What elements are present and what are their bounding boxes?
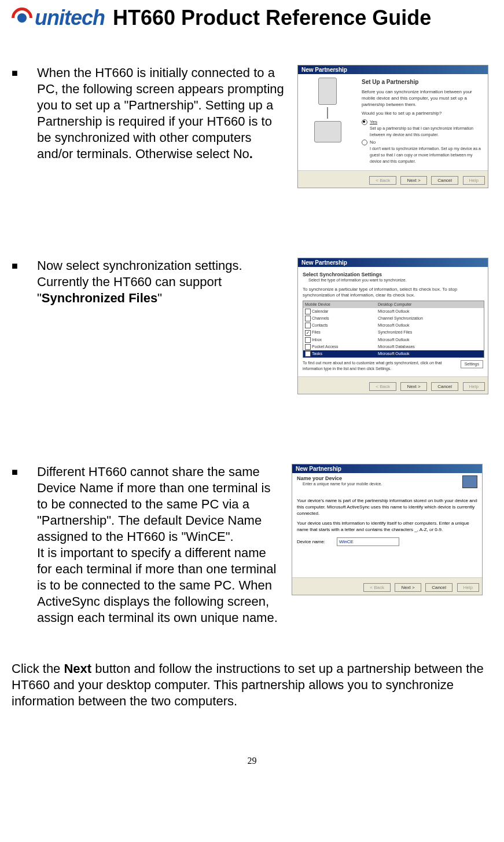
ss3-heading: Name your Device — [297, 475, 382, 481]
help-button[interactable]: Help — [463, 382, 485, 391]
radio-no[interactable] — [362, 140, 367, 145]
ss1-heading: Set Up a Partnership — [362, 79, 483, 85]
ss1-left-panel — [298, 74, 357, 170]
back-button[interactable]: < Back — [363, 583, 391, 592]
logo-icon — [12, 8, 32, 28]
ss1-buttons: < Back Next > Cancel Help — [298, 170, 488, 188]
table-row[interactable]: InboxMicrosoft Outlook — [303, 336, 484, 343]
next-button[interactable]: Next > — [395, 583, 421, 592]
ss3-desc: Your device's name is part of the partne… — [297, 497, 477, 517]
next-button[interactable]: Next > — [400, 176, 426, 185]
checkbox-icon[interactable] — [305, 351, 311, 357]
opt-no-label: No — [370, 139, 483, 145]
ss1-question: Would you like to set up a partnership? — [362, 110, 483, 116]
ss1-titlebar: New Partnership — [298, 65, 488, 74]
ss3-titlebar: New Partnership — [292, 464, 482, 473]
help-button[interactable]: Help — [463, 176, 485, 185]
table-row[interactable]: ContactsMicrosoft Outlook — [303, 322, 484, 329]
opt-yes-desc: Set up a partnership so that I can synch… — [370, 125, 483, 138]
table-row[interactable]: ChannelsChannel Synchronization — [303, 315, 484, 322]
footer-prefix: Click the — [12, 661, 64, 676]
cancel-button[interactable]: Cancel — [425, 583, 453, 592]
logo: unitech — [12, 6, 105, 30]
device-icon — [314, 121, 341, 142]
settings-button[interactable]: Settings — [461, 360, 483, 368]
checkbox-icon[interactable] — [305, 316, 311, 321]
page-header: unitech HT660 Product Reference Guide — [12, 6, 492, 30]
checkbox-icon[interactable] — [305, 344, 311, 350]
opt-yes-label: Yes — [370, 119, 483, 125]
section-3-text: Different HT660 cannot share the same De… — [37, 464, 280, 626]
bullet-icon: ■ — [12, 464, 37, 480]
device-icon — [318, 78, 337, 105]
checkbox-icon[interactable]: ✓ — [305, 330, 311, 336]
section-2-text: Now select synchronization settings. Cur… — [37, 258, 286, 306]
cancel-button[interactable]: Cancel — [431, 176, 458, 185]
section-1: ■ When the HT660 is initially connected … — [12, 65, 492, 188]
bullet-icon: ■ — [12, 65, 37, 81]
ss2-sub: Select the type of information you want … — [303, 277, 483, 283]
device-name-label: Device name: — [297, 539, 325, 545]
ss2-hint: To find out more about and to customize … — [303, 360, 454, 372]
screenshot-1: New Partnership Set Up a Partnership Bef… — [297, 65, 488, 188]
ss1-intro: Before you can synchronize information b… — [362, 89, 483, 108]
page-title: HT660 Product Reference Guide — [113, 6, 431, 30]
table-row[interactable]: Pocket AccessMicrosoft Databases — [303, 343, 484, 350]
back-button[interactable]: < Back — [369, 382, 396, 391]
s1-period: . — [249, 147, 253, 161]
page-number: 29 — [12, 756, 492, 766]
back-button[interactable]: < Back — [369, 176, 396, 185]
opt-no-desc: I don't want to synchronize information.… — [370, 145, 483, 164]
device-name-input[interactable]: WinCE — [337, 537, 399, 546]
section-1-text: When the HT660 is initially connected to… — [37, 65, 286, 162]
s2-bold: Synchronized Files — [42, 291, 158, 305]
s1-body: When the HT660 is initially connected to… — [37, 65, 284, 161]
ss2-buttons: < Back Next > Cancel Help — [298, 376, 488, 394]
screenshot-3: New Partnership Name your Device Enter a… — [292, 464, 483, 595]
section-3: ■ Different HT660 cannot share the same … — [12, 464, 492, 626]
checkbox-icon[interactable] — [305, 309, 311, 314]
checkbox-icon[interactable] — [305, 323, 311, 328]
ss3-desc2: Your device uses this information to ide… — [297, 520, 477, 533]
bullet-icon: ■ — [12, 258, 37, 274]
cancel-button[interactable]: Cancel — [431, 382, 458, 391]
logo-text: unitech — [35, 6, 105, 30]
ss3-sub: Enter a unique name for your mobile devi… — [297, 481, 382, 487]
ss2-desc: To synchronize a particular type of info… — [303, 287, 483, 298]
section-2: ■ Now select synchronization settings. C… — [12, 258, 492, 394]
table-header: Desktop Computer — [376, 301, 484, 308]
ss2-titlebar: New Partnership — [298, 258, 488, 267]
s3-body: Different HT660 cannot share the same De… — [37, 464, 278, 625]
table-row[interactable]: ✓FilesSynchronized Files — [303, 329, 484, 336]
s2-suffix: " — [157, 291, 162, 305]
table-row[interactable]: TasksMicrosoft Outlook — [303, 350, 484, 357]
screenshot-2: New Partnership Select Synchronization S… — [297, 258, 488, 394]
ss3-buttons: < Back Next > Cancel Help — [292, 577, 482, 595]
checkbox-icon[interactable] — [305, 337, 311, 343]
ss2-heading: Select Synchronization Settings — [303, 272, 483, 277]
footer-paragraph: Click the Next button and follow the ins… — [12, 661, 492, 709]
sync-table: Mobile Device Desktop Computer CalendarM… — [303, 301, 484, 358]
next-button[interactable]: Next > — [400, 382, 426, 391]
device-icon — [462, 475, 477, 488]
footer-bold: Next — [64, 661, 91, 676]
help-button[interactable]: Help — [457, 583, 479, 592]
radio-yes[interactable] — [362, 119, 367, 125]
table-row[interactable]: CalendarMicrosoft Outlook — [303, 308, 484, 315]
table-header: Mobile Device — [303, 301, 376, 308]
